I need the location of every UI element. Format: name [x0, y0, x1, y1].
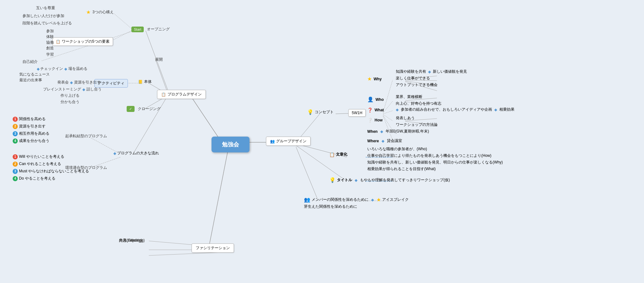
brain-node: ブレインストーミング ◆ 話し合う	[41, 86, 104, 93]
sanka-tai-label: 参加したい人だけが参加	[22, 13, 64, 19]
wakachi-label: 分かち合う	[60, 99, 79, 105]
why1-label: 知識や経験を共有	[396, 69, 426, 74]
sogo-label: 相互作用を高める	[19, 131, 49, 136]
why2-label: 新しい価値観を発見	[433, 69, 467, 74]
do-bullet: 4	[13, 176, 18, 181]
svg-line-4	[155, 58, 168, 93]
bunshoka-group: 📋 文章化	[329, 152, 347, 157]
bullet-4: 4	[13, 138, 18, 144]
svg-line-17	[296, 147, 318, 201]
do-label: Do やることを考える	[19, 176, 55, 181]
sozo-label: 創造	[46, 46, 54, 51]
startup-type-node: 起承転結型のプログラム	[63, 133, 109, 139]
can-label: Can やれることを考える	[19, 161, 61, 167]
main-node: 📒 本体	[138, 79, 152, 84]
how-label: How	[375, 118, 382, 122]
basho-label: 場を温める	[68, 66, 87, 71]
happyokai-node: 発表会 ◆ 資源を引き出す	[55, 79, 103, 86]
svg-line-21	[383, 111, 393, 114]
facilitation-node: ファシリテーション	[192, 243, 234, 253]
who2-label: 向上心、好奇心を持つ有志	[396, 101, 441, 106]
main-label: 本体	[144, 79, 152, 84]
what-label: What	[375, 108, 384, 112]
bun1-label: いろいろな職種の参加者が、(Who)	[367, 147, 427, 151]
svg-line-24	[383, 116, 393, 140]
title-label: タイトル	[337, 177, 352, 183]
who-label: Who	[376, 97, 384, 102]
where-val-label: 貸会議室	[387, 138, 402, 144]
when-group: When ◆ 年3回(GW,夏期休暇,年末)	[367, 129, 429, 134]
what-group: ❓ What	[367, 108, 384, 113]
why-items: 知識や経験を共有 ◆ 新しい価値観を発見 楽しく仕事ができる アウトプットできる…	[396, 69, 467, 89]
svg-line-11	[111, 31, 131, 41]
why4-label: アウトプットできる機会	[396, 83, 438, 87]
bun3-label: 知識や経験を共有し、新しい価値観を発見、明日からの仕事が楽しくなる(Why)	[367, 160, 503, 164]
when-label: When	[367, 129, 378, 134]
svg-line-10	[114, 14, 131, 28]
sanka-label: 参加	[46, 28, 54, 34]
news-label: 気になるニュース	[19, 72, 50, 77]
can-bullet: 2	[13, 162, 18, 167]
bun4-label: 相乗効果が得られることを目指す(What)	[367, 167, 436, 171]
how-group: ❔ How	[367, 118, 382, 123]
will-label: Will やりたいことを考える	[19, 154, 64, 159]
how-items: 発表しあう ワークショップの方法論	[396, 115, 438, 127]
bullet-1: 1	[13, 117, 18, 122]
kankei-group: 1 関係性を高める 2 資源を引き出す 3 相互作用を高める 4 成果を分かち合…	[13, 116, 49, 145]
must-label: Must やらなければならないことを考える	[19, 169, 89, 174]
tenkai-node: 展開	[153, 56, 165, 63]
svg-line-2	[209, 150, 228, 247]
icebreak-label: アイスブレイク	[382, 197, 409, 202]
bunshoka-items: いろいろな職種の参加者が、(Who) 仕事や自己学習により得たものを発表しあう機…	[367, 146, 503, 173]
shigen-label: 資源を引き出す	[74, 80, 101, 85]
workshop5-node: 📋 ワークショップの5つの要素	[52, 37, 113, 46]
will-bullet: 1	[13, 154, 18, 159]
gakushu-item: 学習	[44, 51, 56, 58]
svg-line-22	[383, 114, 393, 121]
why-label: Why	[374, 77, 382, 81]
how2-label: ワークショップの方法論	[396, 122, 438, 127]
who-icon: 👤	[367, 96, 374, 102]
tenkai-label: 展開	[155, 57, 163, 62]
what-text-label: 参加者の組み合わせで、おもしろいアイディアや企画	[401, 107, 492, 112]
svg-line-0	[190, 95, 222, 142]
group-design-label: グループデザイン	[276, 138, 306, 144]
svg-line-23	[383, 115, 393, 131]
what-items: ◆ 参加者の組み合わせで、おもしろいアイディアや企画 ◆ 相乗効果	[396, 107, 515, 112]
level-up-node: 段階を踏んでレベルを上げる	[21, 20, 74, 27]
closing2-item: 終息(Closing)	[117, 237, 144, 244]
what-icon: ❓	[367, 108, 373, 113]
member-rel-label: メンバーの関係性を深めるために	[312, 197, 369, 202]
member-rel-group: 👥 メンバーの関係性を深めるために ◆ ★ アイスブレイク 芽生えた関係性を深め…	[304, 197, 409, 209]
sanka-tai-node: 参加したい人だけが参加	[21, 13, 66, 19]
svg-line-19	[383, 80, 393, 112]
program-design-label: プログラムデザイン	[167, 92, 202, 97]
why-group: ★ Why	[367, 76, 382, 82]
start-badge: Start	[131, 27, 144, 32]
checkin-label: チェックイン	[40, 66, 63, 71]
level-up-label: 段階を踏んでレベルを上げる	[22, 21, 72, 26]
bunshoka-label: 文章化	[336, 152, 347, 157]
5w1h-label: 5W1H	[352, 111, 362, 115]
tsukuri-label: 作り上げる	[60, 93, 79, 98]
concept-label: コンセプト	[315, 109, 334, 115]
sprouting-label: 芽生えた関係性を深めるために	[304, 204, 357, 209]
svg-line-27	[149, 252, 222, 255]
5w1h-node: 5W1H	[348, 109, 366, 117]
title-val-label: もやもや理解を発表してすっきりワークショップ(仮)	[360, 177, 450, 183]
central-label: 勉強会	[222, 141, 239, 148]
seika-label: 成果を分かち合う	[19, 138, 49, 144]
happyokai-label: 発表会	[57, 80, 69, 85]
taiken-label: 体験	[46, 34, 54, 40]
closing-label: クロージング	[136, 106, 162, 112]
mindmap: 勉強会 📋 プログラムデザイン Start オープニング 展開 📒 本体 ✓ ク…	[0, 0, 644, 283]
bullet-3: 3	[13, 131, 18, 136]
jiko-label: 自己紹介	[22, 59, 38, 65]
opening-label: オープニング	[145, 26, 172, 33]
sozo-item: 創造	[44, 45, 56, 52]
kankei-label: 関係性を高める	[19, 116, 46, 122]
tagai-node: 互いを尊重	[34, 5, 57, 11]
how1-label: 発表しあう	[396, 116, 415, 120]
star-icon: ★	[86, 9, 91, 15]
closing-node: ✓ クロージング	[127, 106, 162, 112]
